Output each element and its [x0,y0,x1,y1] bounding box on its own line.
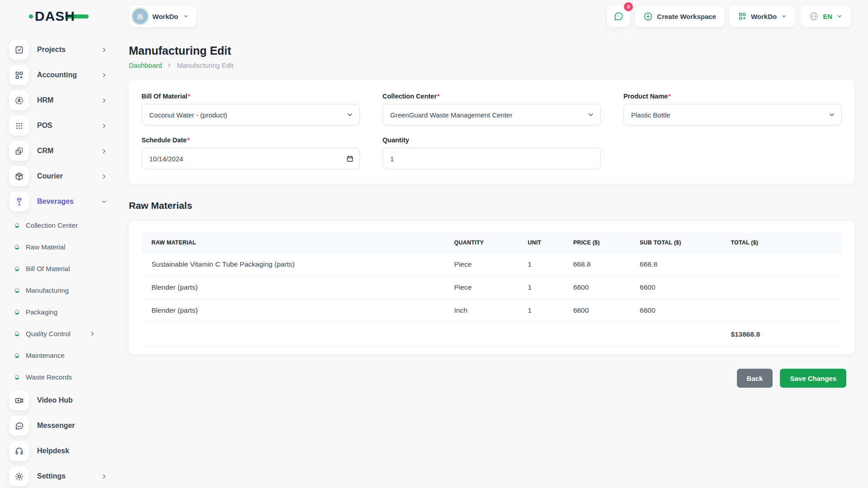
raw-materials-heading: Raw Materials [129,200,854,211]
sidebar-item-label: Beverages [37,197,93,206]
sidebar-item-label: Accounting [37,71,93,79]
breadcrumb: Dashboard Manufacturing Edit [129,61,854,69]
sidebar-item-label: Projects [37,46,93,54]
submenu-item-bill-of-material[interactable]: Bill Of Material [9,258,108,279]
schedule-date-input[interactable] [142,148,360,169]
bill-of-material-select[interactable]: Coconut Water - (product) [142,104,360,126]
submenu-item-maintenance[interactable]: Maintenance [9,344,108,366]
sidebar-item-beverages[interactable]: Beverages [9,189,108,214]
accounting-grid-plus-icon [9,65,29,85]
chevron-right-icon [166,62,172,68]
chevron-right-icon [101,97,108,104]
product-name-select[interactable]: Plastic Bottle [623,104,842,126]
cell-sub-total: 668.8 [635,253,726,276]
breadcrumb-current: Manufacturing Edit [177,61,233,69]
logo-text: DASH [35,9,75,24]
chevron-right-icon [101,473,108,480]
chevron-right-icon [101,122,108,129]
column-header-quantity: QUANTITY [450,233,524,253]
submenu-item-label: Waste Records [26,373,108,381]
submenu-item-label: Maintenance [26,352,108,359]
submenu-item-label: Packaging [26,308,108,316]
workdo-menu-label: WorkDo [751,13,777,20]
pos-dots-grid-icon [9,116,29,136]
sidebar-item-settings[interactable]: Settings [9,464,108,488]
plus-circle-icon [643,12,653,21]
cell-quantity: Piece [450,253,524,276]
bill-of-material-label: Bill Of Material* [142,93,360,100]
sidebar-item-helpdesk[interactable]: Helpdesk [9,438,108,464]
cell-quantity: Inch [450,299,524,322]
submenu-item-waste-records[interactable]: Waste Records [9,366,108,388]
back-button[interactable]: Back [737,369,773,388]
submenu-item-raw-material[interactable]: Raw Material [9,236,108,258]
submenu-item-collection-center[interactable]: Collection Center [9,214,108,236]
grid-plus-icon [738,12,747,21]
chevron-right-icon [101,173,108,180]
submenu-item-packaging[interactable]: Packaging [9,301,108,323]
collection-center-select[interactable]: GreenGuard Waste Management Center [382,104,601,126]
required-asterisk: * [188,93,191,100]
column-header-price: PRICE ($) [569,233,635,253]
sidebar-item-pos[interactable]: POS [9,113,108,138]
schedule-date-field: Schedule Date* [142,136,360,169]
sidebar-item-label: Video Hub [37,396,108,404]
topbar: DASH WorkDo 0 Create Works [0,0,868,33]
sidebar-item-video-hub[interactable]: Video Hub [9,388,108,413]
quantity-input[interactable] [382,148,601,169]
grand-total-row: $13868.8 [142,322,842,347]
sidebar-item-crm[interactable]: CRM [9,138,108,164]
raw-materials-card: RAW MATERIAL QUANTITY UNIT PRICE ($) SUB… [129,221,854,354]
logo-dot [29,14,33,19]
save-changes-button[interactable]: Save Changes [780,369,846,388]
table-row: Sustainable Vitamin C Tube Packaging (pa… [142,253,842,276]
video-camera-icon [9,390,29,410]
workspace-switcher[interactable]: WorkDo [129,5,196,27]
cell-unit: 1 [523,253,569,276]
create-workspace-button[interactable]: Create Workspace [635,5,724,27]
cell-raw-material: Blender (parts) [142,276,450,299]
quantity-field: Quantity [382,136,601,169]
page-title: Manufacturing Edit [129,44,854,57]
gear-icon [9,466,29,486]
submenu-item-quality-control[interactable]: Quality Control [9,323,108,344]
column-header-sub-total: SUB TOTAL ($) [635,233,726,253]
sidebar-item-messenger[interactable]: Messenger [9,413,108,438]
chevron-down-icon [781,13,787,19]
messages-button[interactable]: 0 [607,5,630,27]
headset-icon [9,441,29,461]
cell-raw-material: Blender (parts) [142,299,450,322]
sidebar-item-courier[interactable]: Courier [9,164,108,189]
cell-total [726,276,842,299]
create-workspace-label: Create Workspace [657,13,716,20]
hrm-user-scan-icon [9,90,29,110]
sidebar-item-label: Messenger [37,422,108,430]
chevron-down-icon [183,13,189,19]
crm-layers-icon [9,141,29,161]
sidebar-item-projects[interactable]: Projects [9,37,108,62]
breadcrumb-dashboard-link[interactable]: Dashboard [129,61,162,69]
sidebar-item-hrm[interactable]: HRM [9,88,108,113]
column-header-unit: UNIT [523,233,569,253]
required-asterisk: * [668,93,671,100]
messenger-chat-icon [9,416,29,436]
submenu-bullet-icon [14,288,19,293]
sidebar-item-accounting[interactable]: Accounting [9,62,108,88]
submenu-item-label: Raw Material [26,243,108,251]
chevron-down-icon [101,198,108,205]
cell-sub-total: 6600 [635,276,726,299]
submenu-bullet-icon [14,310,19,314]
submenu-item-manufacturing[interactable]: Manufacturing [9,279,108,301]
language-selector[interactable]: EN [801,5,851,27]
table-header-row: RAW MATERIAL QUANTITY UNIT PRICE ($) SUB… [142,233,842,253]
cell-price: 6600 [569,276,635,299]
column-header-raw-material: RAW MATERIAL [142,233,450,253]
submenu-item-label: Manufacturing [26,286,108,294]
cell-total [726,253,842,276]
cell-sub-total: 6600 [635,299,726,322]
raw-materials-table: RAW MATERIAL QUANTITY UNIT PRICE ($) SUB… [142,233,842,347]
workdo-menu-button[interactable]: WorkDo [730,5,795,27]
collection-center-label: Collection Center* [382,93,601,100]
required-asterisk: * [187,136,190,144]
chat-bubble-icon [613,11,624,22]
